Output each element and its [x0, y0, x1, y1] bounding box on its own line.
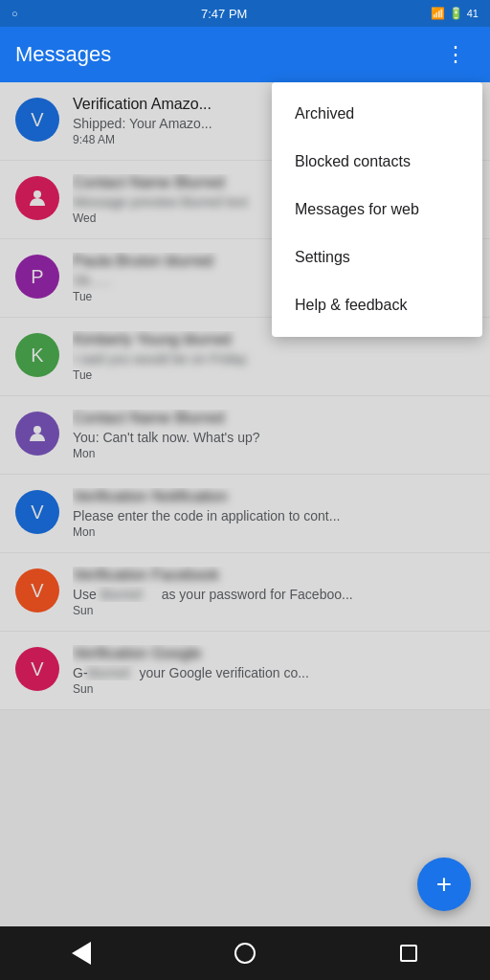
status-time: 7:47 PM [201, 7, 247, 21]
menu-item-messages-for-web[interactable]: Messages for web [272, 186, 482, 234]
back-icon [72, 942, 91, 965]
back-button[interactable] [62, 934, 100, 972]
bluetooth-icon: 📶 [431, 7, 445, 20]
android-logo-icon: ○ [11, 8, 18, 19]
status-bar-left: ○ [11, 8, 18, 19]
status-bar: ○ 7:47 PM 📶 🔋 41 [0, 0, 490, 27]
app-header: Messages ⋮ [0, 27, 490, 82]
recents-button[interactable] [390, 934, 428, 972]
status-bar-icons: 📶 🔋 41 [431, 7, 479, 20]
menu-item-help-feedback[interactable]: Help & feedback [272, 281, 482, 329]
compose-fab[interactable]: + [417, 858, 471, 911]
home-icon [234, 943, 256, 964]
menu-item-archived[interactable]: Archived [272, 90, 482, 138]
menu-item-settings[interactable]: Settings [272, 234, 482, 281]
app-title: Messages [15, 42, 436, 67]
home-button[interactable] [226, 934, 264, 972]
dropdown-menu: Archived Blocked contacts Messages for w… [272, 82, 482, 337]
battery-icon: 🔋 [449, 7, 463, 20]
more-options-button[interactable]: ⋮ [436, 35, 475, 74]
menu-item-blocked-contacts[interactable]: Blocked contacts [272, 138, 482, 186]
battery-percent: 41 [467, 8, 479, 19]
recents-icon [400, 945, 417, 962]
navigation-bar [0, 926, 490, 980]
